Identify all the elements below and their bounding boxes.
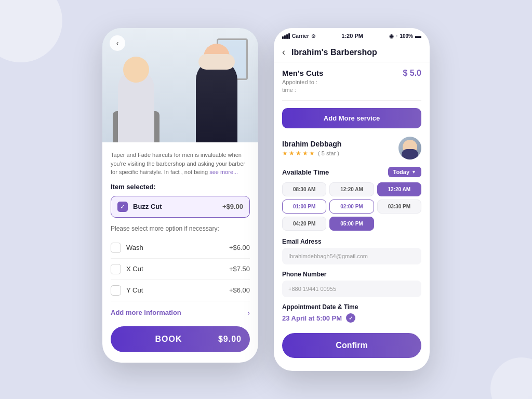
time-slot-0200[interactable]: 02:00 PM	[329, 200, 374, 214]
option-price-ycut: +$6.00	[229, 286, 250, 294]
status-bar: Carrier ⊙ 1:20 PM ◉ ⋅ 100% ▬	[274, 28, 430, 42]
bar4	[288, 33, 290, 39]
star-3: ★	[296, 150, 301, 157]
service-price: $ 5.0	[403, 69, 421, 78]
star-label: ( 5 star )	[318, 150, 339, 156]
barber-avatar	[398, 137, 421, 159]
battery-icon: ▬	[415, 32, 421, 39]
service-time: time :	[282, 87, 323, 93]
carrier-label: Carrier	[292, 33, 309, 39]
barber-info: Ibrahim Debbagh ★ ★ ★ ★ ★ ( 5 star )	[282, 140, 341, 157]
time-slot-0830[interactable]: 08:30 AM	[282, 182, 326, 196]
option-label-ycut: Y Cut	[126, 286, 224, 294]
star-rating: ★ ★ ★ ★ ★ ( 5 star )	[282, 150, 341, 157]
nav-back-button[interactable]: ‹	[282, 47, 285, 58]
appointment-date: 23 April at 5:00 PM ✓	[282, 313, 421, 323]
phone-value: +880 19441 00955	[288, 286, 336, 292]
option-price-wash: +$6.00	[229, 244, 250, 251]
status-right: ◉ ⋅ 100% ▬	[389, 32, 421, 39]
back-button[interactable]: ‹	[110, 35, 125, 51]
client-figure	[118, 70, 154, 142]
star-4: ★	[302, 150, 308, 157]
avatar-body	[402, 149, 418, 159]
selected-item-row[interactable]: ✓ Buzz Cut +$9.00	[111, 196, 250, 218]
phone-label: Phone Number	[282, 271, 421, 278]
appointment-section: Appointment Date & Time 23 April at 5:00…	[282, 303, 421, 323]
description-text: Taper and Fade haircuts for men is inval…	[111, 151, 250, 177]
option-label-xcut: X Cut	[126, 265, 224, 273]
location-icon: ◉	[389, 33, 394, 39]
top-nav: ‹ Ibrahim's Barbershop	[274, 42, 430, 62]
service-header: Men's Cuts Appointed to : time : $ 5.0	[282, 69, 421, 101]
star-5: ★	[309, 150, 315, 157]
bar2	[284, 35, 286, 39]
time-slot-0420[interactable]: 04:20 PM	[282, 217, 326, 231]
star-1: ★	[282, 150, 288, 157]
book-button[interactable]: BOOK $9.00	[111, 326, 250, 352]
option-row-xcut[interactable]: X Cut +$7.50	[111, 259, 250, 280]
email-section: Email Adress Ibrahimdebbagh54@gmail.com	[282, 238, 421, 264]
book-label: BOOK	[119, 335, 218, 344]
status-time: 1:20 PM	[341, 33, 363, 39]
email-value: Ibrahimdebbagh54@gmail.com	[288, 253, 368, 259]
email-label: Email Adress	[282, 238, 421, 245]
appointment-value: 23 April at 5:00 PM	[282, 314, 342, 322]
option-row-ycut[interactable]: Y Cut +$6.00	[111, 280, 250, 301]
available-time-header: Available Time Today ▼	[282, 167, 421, 177]
battery-percent: 100%	[400, 33, 413, 39]
barber-figure	[196, 59, 237, 142]
check-circle-icon: ✓	[346, 313, 355, 323]
checkbox-ycut[interactable]	[111, 285, 121, 296]
status-left: Carrier ⊙	[282, 33, 315, 39]
barber-name: Ibrahim Debbagh	[282, 140, 341, 148]
checkbox-checked-icon: ✓	[117, 202, 128, 212]
option-row-wash[interactable]: Wash +$6.00	[111, 237, 250, 259]
checkbox-wash[interactable]	[111, 243, 121, 253]
bar3	[286, 34, 288, 39]
nav-title: Ibrahim's Barbershop	[291, 48, 377, 57]
barber-profile: Ibrahim Debbagh ★ ★ ★ ★ ★ ( 5 star )	[282, 137, 421, 159]
today-button[interactable]: Today ▼	[388, 167, 422, 177]
add-service-button[interactable]: Add More service	[282, 108, 421, 128]
time-grid: 08:30 AM 12:20 AM 12:20 AM 01:00 PM 02:0…	[282, 182, 421, 231]
option-label-wash: Wash	[126, 244, 224, 251]
item-selected-label: Item selected:	[111, 183, 250, 191]
left-phone: ‹ Taper and Fade haircuts for men is inv…	[102, 28, 258, 363]
wifi-icon: ⊙	[311, 33, 315, 39]
service-info: Men's Cuts Appointed to : time :	[282, 69, 323, 93]
selected-item-label: Buzz Cut	[133, 203, 217, 210]
more-options-label: Please select more option if necessary:	[111, 225, 250, 232]
selected-item-price: +$9.00	[222, 203, 243, 210]
bluetooth-icon: ⋅	[396, 33, 397, 39]
phone-section: Phone Number +880 19441 00955	[282, 271, 421, 297]
available-time-title: Available Time	[282, 168, 329, 176]
email-input[interactable]: Ibrahimdebbagh54@gmail.com	[282, 248, 421, 264]
bar1	[282, 36, 284, 39]
add-more-label: Add more information	[111, 309, 181, 316]
service-appointed: Appointed to :	[282, 79, 323, 85]
star-2: ★	[289, 150, 295, 157]
see-more-link[interactable]: see more...	[209, 169, 238, 175]
scroll-content: Men's Cuts Appointed to : time : $ 5.0 A…	[274, 62, 430, 364]
chevron-right-icon: ›	[247, 309, 250, 317]
today-label: Today	[393, 169, 410, 175]
time-slot-0500[interactable]: 05:00 PM	[329, 217, 374, 231]
right-phone: Carrier ⊙ 1:20 PM ◉ ⋅ 100% ▬ ‹ Ibrahim's…	[274, 28, 430, 371]
left-content: Taper and Fade haircuts for men is inval…	[102, 142, 258, 363]
time-slot-0330[interactable]: 03:30 PM	[377, 200, 421, 214]
option-price-xcut: +$7.50	[229, 265, 250, 273]
time-slot-1220-selected[interactable]: 12:20 AM	[377, 182, 421, 196]
options-list: Wash +$6.00 X Cut +$7.50 Y Cut +$6.00	[111, 237, 250, 301]
time-slot-0100[interactable]: 01:00 PM	[282, 200, 326, 214]
confirm-button[interactable]: Confirm	[282, 333, 421, 358]
signal-bars-icon	[282, 33, 290, 39]
add-more-button[interactable]: Add more information ›	[111, 301, 250, 322]
book-price: $9.00	[218, 335, 242, 344]
phone-input[interactable]: +880 19441 00955	[282, 281, 421, 297]
today-chevron-icon: ▼	[411, 169, 416, 175]
time-slot-1220[interactable]: 12:20 AM	[329, 182, 374, 196]
checkbox-xcut[interactable]	[111, 264, 121, 274]
service-name: Men's Cuts	[282, 69, 323, 77]
phones-container: ‹ Taper and Fade haircuts for men is inv…	[92, 12, 440, 387]
barber-scene	[102, 28, 258, 142]
